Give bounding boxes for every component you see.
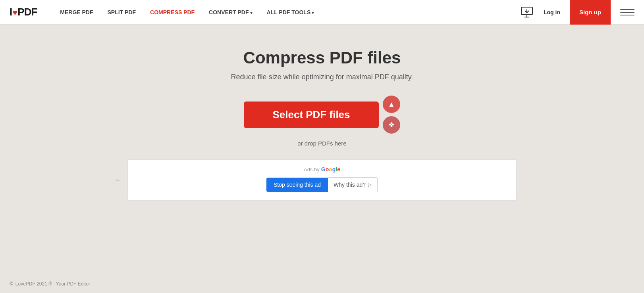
why-ad-arrow-icon: ▷ bbox=[368, 182, 372, 188]
ads-back-arrow-icon[interactable]: ← bbox=[115, 176, 122, 184]
nav-item-compress[interactable]: COMPRESS PDF bbox=[143, 6, 202, 19]
google-logo: Google bbox=[321, 166, 340, 172]
cloud-icon-buttons: ▲ ❖ bbox=[383, 96, 400, 134]
logo-text: I♥PDF bbox=[10, 6, 37, 18]
google-o2: o bbox=[329, 166, 332, 172]
page-title: Compress PDF files bbox=[243, 48, 401, 67]
google-drive-button[interactable]: ▲ bbox=[383, 96, 400, 113]
select-area: Select PDF files ▲ ❖ bbox=[244, 96, 400, 134]
copyright-text: © iLovePDF 2021 ® · Your PDF Editor bbox=[10, 281, 90, 287]
dropbox-icon: ❖ bbox=[388, 121, 395, 129]
hamburger-line-2 bbox=[620, 12, 634, 13]
main-nav: MERGE PDF SPLIT PDF COMPRESS PDF CONVERT… bbox=[53, 6, 520, 19]
drop-text: or drop PDFs here bbox=[297, 140, 346, 147]
google-e: e bbox=[337, 166, 340, 172]
hamburger-line-3 bbox=[620, 15, 634, 15]
dropbox-button[interactable]: ❖ bbox=[383, 116, 400, 134]
login-button[interactable]: Log in bbox=[539, 6, 565, 19]
google-drive-icon: ▲ bbox=[388, 100, 395, 109]
google-o1: o bbox=[326, 166, 329, 172]
signup-button[interactable]: Sign up bbox=[570, 0, 611, 25]
stop-seeing-ad-button[interactable]: Stop seeing this ad bbox=[266, 178, 328, 192]
footer: © iLovePDF 2021 ® · Your PDF Editor bbox=[0, 275, 644, 293]
ads-by-text: Ads by bbox=[304, 167, 320, 172]
header-right: Log in Sign up bbox=[520, 0, 634, 25]
nav-item-convert[interactable]: CONVERT PDF bbox=[202, 6, 259, 19]
why-this-ad-button[interactable]: Why this ad? ▷ bbox=[328, 177, 378, 192]
ads-container: Ads by Google Stop seeing this ad Why th… bbox=[127, 159, 517, 201]
logo-heart-icon: ♥ bbox=[12, 8, 17, 17]
hamburger-line-1 bbox=[620, 9, 634, 10]
ad-actions: Stop seeing this ad Why this ad? ▷ bbox=[134, 177, 510, 192]
hamburger-menu[interactable] bbox=[620, 5, 634, 19]
nav-item-merge[interactable]: MERGE PDF bbox=[53, 6, 100, 19]
logo[interactable]: I♥PDF bbox=[10, 6, 37, 18]
main-content: Compress PDF files Reduce file size whil… bbox=[0, 25, 644, 275]
google-g: G bbox=[321, 166, 326, 172]
desktop-download-icon[interactable] bbox=[520, 5, 534, 19]
header: I♥PDF MERGE PDF SPLIT PDF COMPRESS PDF C… bbox=[0, 0, 644, 25]
nav-item-all-tools[interactable]: ALL PDF TOOLS bbox=[260, 6, 322, 19]
nav-item-split[interactable]: SPLIT PDF bbox=[100, 6, 143, 19]
why-ad-text: Why this ad? bbox=[334, 182, 366, 188]
select-pdf-button[interactable]: Select PDF files bbox=[244, 101, 379, 128]
ads-by-google-label: Ads by Google bbox=[134, 166, 510, 172]
page-subtitle: Reduce file size while optimizing for ma… bbox=[231, 73, 413, 81]
